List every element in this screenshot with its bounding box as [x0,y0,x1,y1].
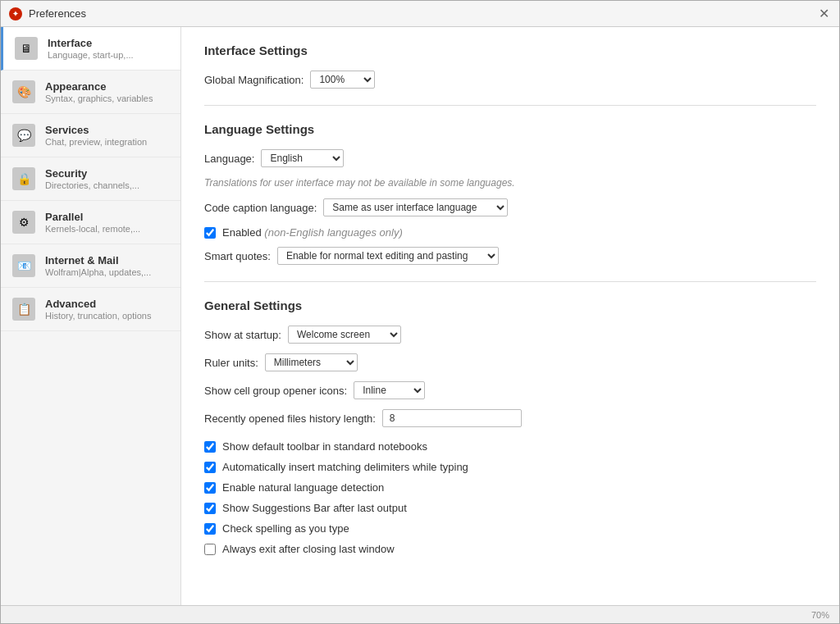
divider-2 [204,281,816,282]
smart-quotes-select[interactable]: Enable for normal text editing and pasti… [277,247,499,265]
divider-1 [204,105,816,106]
magnification-label: Global Magnification: [204,74,304,86]
history-length-label: Recently opened files history length: [204,412,376,425]
interface-sublabel: Language, start-up,... [48,50,134,60]
translation-note: Translations for user interface may not … [204,177,816,189]
zoom-label: 70% [811,610,829,620]
checkbox-label-auto-delimiters: Automatically insert matching delimiters… [222,461,468,473]
sidebar-item-parallel[interactable]: ⚙ Parallel Kernels-local, remote,... [1,201,180,244]
parallel-sublabel: Kernels-local, remote,... [45,224,140,234]
language-settings-title: Language Settings [204,122,816,136]
history-length-input[interactable]: 8 [382,409,522,427]
services-label: Services [45,124,147,136]
appearance-icon: 🎨 [12,80,35,103]
sidebar-item-security[interactable]: 🔒 Security Directories, channels,... [1,157,180,201]
show-at-startup-select[interactable]: Welcome screen New notebook Nothing [288,326,401,344]
security-label: Security [45,167,139,180]
internet-mail-sublabel: Wolfram|Alpha, updates,... [45,267,151,277]
checkbox-row-auto-delimiters: Automatically insert matching delimiters… [204,461,816,473]
app-icon: ✦ [9,7,22,20]
code-caption-row: Code caption language: Same as user inte… [204,198,816,216]
checkbox-suggestions-bar[interactable] [204,503,216,514]
content-area: Interface Settings Global Magnification:… [181,27,839,605]
sidebar: 🖥 Interface Language, start-up,... 🎨 App… [1,27,181,605]
language-select[interactable]: English French German Japanese Chinese [261,149,344,167]
smart-quotes-row: Smart quotes: Enable for normal text edi… [204,247,816,265]
sidebar-item-advanced[interactable]: 📋 Advanced History, truncation, options [1,288,180,331]
checkbox-row-exit-after-closing: Always exit after closing last window [204,543,816,555]
sidebar-item-internet-mail[interactable]: 📧 Internet & Mail Wolfram|Alpha, updates… [1,244,180,288]
main-content: 🖥 Interface Language, start-up,... 🎨 App… [1,27,839,605]
sidebar-item-services[interactable]: 💬 Services Chat, preview, integration [1,114,180,157]
appearance-sublabel: Syntax, graphics, variables [45,93,153,103]
show-at-startup-row: Show at startup: Welcome screen New note… [204,326,816,344]
parallel-icon: ⚙ [12,211,35,234]
general-settings-title: General Settings [204,298,816,312]
code-caption-label: Code caption language: [204,202,317,214]
interface-settings-title: Interface Settings [204,43,816,57]
ruler-units-label: Ruler units: [204,357,258,369]
services-icon: 💬 [12,124,35,147]
checkbox-row-suggestions-bar: Show Suggestions Bar after last output [204,502,816,514]
checkbox-label-show-toolbar: Show default toolbar in standard noteboo… [222,440,427,453]
checkbox-auto-delimiters[interactable] [204,462,216,473]
advanced-icon: 📋 [12,298,35,321]
checkbox-natural-language[interactable] [204,482,216,494]
checkbox-show-toolbar[interactable] [204,441,216,453]
checkboxes-container: Show default toolbar in standard noteboo… [204,440,816,555]
status-bar: 70% [1,605,839,623]
checkbox-row-check-spelling: Check spelling as you type [204,522,816,535]
show-at-startup-label: Show at startup: [204,329,281,341]
parallel-label: Parallel [45,211,140,223]
enabled-label: Enabled (non-English languages only) [222,226,403,239]
checkbox-row-show-toolbar: Show default toolbar in standard noteboo… [204,440,816,453]
cell-group-row: Show cell group opener icons: Inline Off… [204,381,816,399]
cell-group-label: Show cell group opener icons: [204,385,347,397]
interface-icon: 🖥 [15,37,38,60]
checkbox-label-suggestions-bar: Show Suggestions Bar after last output [222,502,407,514]
services-sublabel: Chat, preview, integration [45,137,147,147]
checkbox-exit-after-closing[interactable] [204,544,216,555]
window-title: Preferences [29,7,86,20]
advanced-label: Advanced [45,298,151,310]
language-row: Language: English French German Japanese… [204,149,816,167]
enabled-checkbox[interactable] [204,227,216,239]
checkbox-label-check-spelling: Check spelling as you type [222,522,349,535]
title-bar: ✦ Preferences ✕ [1,1,839,27]
security-icon: 🔒 [12,167,35,190]
checkbox-label-natural-language: Enable natural language detection [222,481,384,494]
checkbox-label-exit-after-closing: Always exit after closing last window [222,543,395,555]
ruler-units-select[interactable]: Millimeters Inches Centimeters Points [265,353,358,371]
preferences-window: ✦ Preferences ✕ 🖥 Interface Language, st… [0,0,840,624]
close-button[interactable]: ✕ [816,7,831,21]
magnification-row: Global Magnification: 100% 75% 125% 150%… [204,71,816,89]
sidebar-item-interface[interactable]: 🖥 Interface Language, start-up,... [1,27,180,71]
advanced-sublabel: History, truncation, options [45,311,151,321]
enabled-row: Enabled (non-English languages only) [204,226,816,239]
checkbox-check-spelling[interactable] [204,523,216,535]
cell-group-select[interactable]: Inline Off Always [354,381,425,399]
appearance-label: Appearance [45,80,153,93]
internet-mail-icon: 📧 [12,254,35,277]
checkbox-row-natural-language: Enable natural language detection [204,481,816,494]
smart-quotes-label: Smart quotes: [204,250,271,262]
security-sublabel: Directories, channels,... [45,180,139,190]
title-bar-left: ✦ Preferences [9,7,86,20]
enabled-note: (non-English languages only) [264,226,402,239]
code-caption-select[interactable]: Same as user interface language English … [323,198,508,216]
sidebar-item-appearance[interactable]: 🎨 Appearance Syntax, graphics, variables [1,71,180,114]
magnification-select[interactable]: 100% 75% 125% 150% 200% [310,71,375,89]
history-length-row: Recently opened files history length: 8 [204,409,816,427]
internet-mail-label: Internet & Mail [45,254,151,266]
interface-label: Interface [48,37,134,49]
language-label: Language: [204,153,254,165]
ruler-units-row: Ruler units: Millimeters Inches Centimet… [204,353,816,371]
